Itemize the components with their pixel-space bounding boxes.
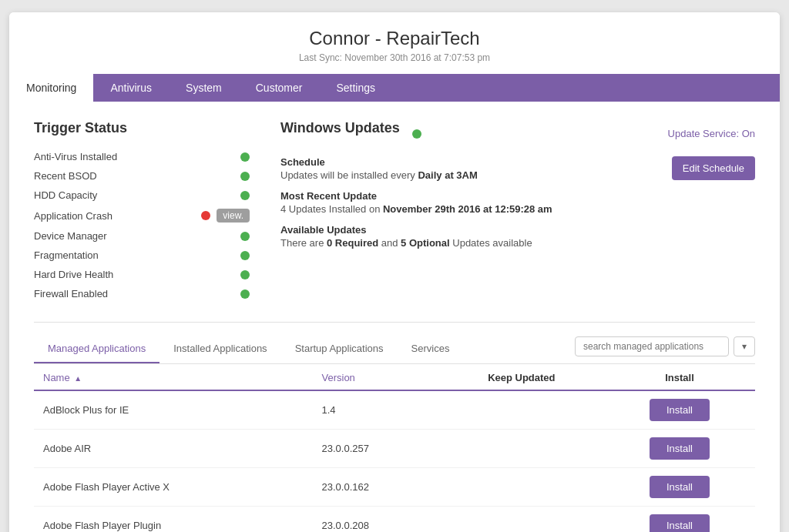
table-header-row: Name ▲ Version Keep Updated Install [34, 364, 755, 390]
trigger-label-antivirus: Anti-Virus Installed [34, 151, 234, 162]
cell-version: 23.0.0.162 [312, 468, 438, 507]
install-button[interactable]: Install [650, 437, 710, 460]
trigger-row-hdd: HDD Capacity [34, 186, 250, 205]
trigger-label-hdd: HDD Capacity [34, 189, 234, 201]
cell-name: Adobe Flash Player Active X [34, 468, 312, 507]
cell-keep-updated [439, 390, 604, 430]
windows-updates-status-dot [412, 129, 421, 139]
sub-tab-installed[interactable]: Installed Applications [159, 335, 280, 363]
trigger-status-title: Trigger Status [34, 120, 250, 136]
trigger-label-app-crash: Application Crash [34, 210, 195, 222]
trigger-label-device-manager: Device Manager [34, 230, 234, 242]
edit-schedule-button[interactable]: Edit Schedule [672, 156, 755, 180]
updates-header: Windows Updates Update Service: On [280, 120, 755, 147]
sub-tab-services[interactable]: Services [398, 335, 464, 363]
col-header-version: Version [312, 364, 438, 390]
cell-install: Install [604, 430, 755, 468]
updates-title-row: Windows Updates [280, 120, 421, 147]
trigger-status-section: Trigger Status Anti-Virus Installed Rece… [34, 120, 250, 303]
trigger-row-antivirus: Anti-Virus Installed [34, 147, 250, 166]
col-header-name: Name ▲ [34, 364, 312, 390]
status-dot-firewall [240, 289, 250, 299]
status-dot-hdd [240, 191, 250, 200]
recent-update-title: Most Recent Update [280, 190, 552, 202]
header-title: Connor - RepairTech [22, 28, 767, 49]
search-area: ▾ [575, 336, 755, 363]
trigger-label-firewall: Firewall Enabled [34, 288, 234, 299]
available-updates-title: Available Updates [280, 224, 552, 236]
table-row: AdBlock Plus for IE 1.4 Install [34, 390, 755, 430]
table-row: Adobe AIR 23.0.0.257 Install [34, 430, 755, 468]
update-blocks: Schedule Updates will be installed every… [280, 156, 552, 258]
col-header-keep-updated: Keep Updated [439, 364, 604, 390]
main-content: Trigger Status Anti-Virus Installed Rece… [9, 102, 780, 532]
status-dot-device-manager [240, 232, 250, 241]
schedule-block: Schedule Updates will be installed every… [280, 156, 552, 181]
cell-install: Install [604, 390, 755, 430]
available-updates-text: There are 0 Required and 5 Optional Upda… [280, 237, 552, 249]
cell-name: AdBlock Plus for IE [34, 390, 312, 430]
cell-version: 23.0.0.257 [312, 430, 438, 468]
cell-keep-updated [439, 430, 604, 468]
trigger-row-device-manager: Device Manager [34, 226, 250, 246]
status-dot-hard-drive [240, 270, 250, 279]
status-dot-fragmentation [240, 251, 250, 260]
header-subtitle: Last Sync: November 30th 2016 at 7:07:53… [22, 52, 767, 63]
nav-bar: Monitoring Antivirus System Customer Set… [9, 74, 780, 102]
status-dot-app-crash [201, 211, 210, 220]
sub-tab-managed[interactable]: Managed Applications [34, 335, 159, 363]
schedule-title: Schedule [280, 156, 552, 168]
col-name-label: Name ▲ [43, 372, 82, 383]
update-service-label: Update Service: On [668, 128, 755, 139]
cell-version: 1.4 [312, 390, 438, 430]
trigger-row-firewall: Firewall Enabled [34, 284, 250, 303]
schedule-text: Updates will be installed every Daily at… [280, 169, 552, 181]
sort-icon: ▲ [74, 374, 82, 383]
trigger-label-bsod: Recent BSOD [34, 170, 234, 182]
install-button[interactable]: Install [650, 476, 710, 498]
trigger-row-hard-drive: Hard Drive Health [34, 265, 250, 284]
available-updates-block: Available Updates There are 0 Required a… [280, 224, 552, 249]
cell-install: Install [604, 507, 755, 533]
trigger-label-fragmentation: Fragmentation [34, 249, 234, 261]
install-button[interactable]: Install [650, 514, 710, 532]
table-row: Adobe Flash Player Active X 23.0.0.162 I… [34, 468, 755, 507]
windows-updates-section: Windows Updates Update Service: On Sched… [280, 120, 755, 303]
trigger-label-hard-drive: Hard Drive Health [34, 269, 234, 280]
table-row: Adobe Flash Player Plugin 23.0.0.208 Ins… [34, 507, 755, 533]
cell-install: Install [604, 468, 755, 507]
tab-monitoring[interactable]: Monitoring [9, 74, 93, 102]
cell-keep-updated [439, 507, 604, 533]
install-button[interactable]: Install [650, 399, 710, 421]
view-button[interactable]: view. [217, 209, 250, 223]
two-col-layout: Trigger Status Anti-Virus Installed Rece… [34, 120, 755, 303]
dropdown-button[interactable]: ▾ [734, 336, 755, 356]
cell-name: Adobe Flash Player Plugin [34, 507, 312, 533]
tab-antivirus[interactable]: Antivirus [93, 74, 169, 102]
header: Connor - RepairTech Last Sync: November … [9, 12, 780, 74]
trigger-row-fragmentation: Fragmentation [34, 246, 250, 265]
trigger-row-app-crash: Application Crash view. [34, 205, 250, 226]
tab-system[interactable]: System [169, 74, 239, 102]
recent-update-text: 4 Updates Installed on November 29th 201… [280, 203, 552, 215]
cell-name: Adobe AIR [34, 430, 312, 468]
app-table: Name ▲ Version Keep Updated Install AdBl… [34, 364, 755, 532]
app-table-body: AdBlock Plus for IE 1.4 Install Adobe AI… [34, 390, 755, 532]
recent-update-block: Most Recent Update 4 Updates Installed o… [280, 190, 552, 215]
cell-keep-updated [439, 468, 604, 507]
sub-tabs-row: Managed Applications Installed Applicati… [34, 323, 755, 364]
status-dot-antivirus [240, 152, 250, 162]
cell-version: 23.0.0.208 [312, 507, 438, 533]
tab-settings[interactable]: Settings [319, 74, 392, 102]
trigger-row-bsod: Recent BSOD [34, 166, 250, 186]
sub-tab-startup[interactable]: Startup Applications [281, 335, 398, 363]
search-input[interactable] [575, 336, 729, 356]
status-dot-bsod [240, 172, 250, 181]
app-window: Connor - RepairTech Last Sync: November … [9, 12, 780, 532]
windows-updates-title: Windows Updates [280, 120, 400, 136]
tab-customer[interactable]: Customer [239, 74, 320, 102]
col-header-install: Install [604, 364, 755, 390]
